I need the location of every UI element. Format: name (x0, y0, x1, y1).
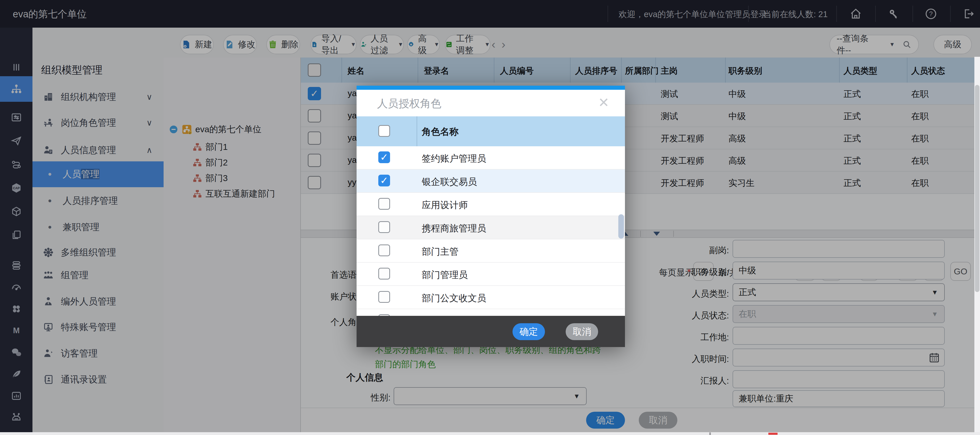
role-checkbox[interactable] (378, 244, 390, 256)
role-row[interactable]: 应用设计师 (356, 193, 625, 216)
vertical-scrollbar[interactable] (974, 57, 980, 432)
modal-title: 人员授权角色 (377, 96, 441, 111)
modal-list-header: 角色名称 (356, 116, 625, 146)
role-row-selected[interactable]: ✓ 银企联交易员 (356, 170, 625, 193)
role-checkbox-checked[interactable]: ✓ (378, 151, 390, 163)
close-icon[interactable]: ✕ (598, 95, 609, 110)
modal-confirm-button[interactable]: 确定 (512, 323, 545, 340)
scroll-marker-red (768, 433, 778, 435)
modal-footer: 确定 取消 (356, 316, 625, 347)
modal-scrollbar-thumb[interactable] (618, 214, 624, 239)
role-column-header: 角色名称 (422, 126, 458, 138)
role-checkbox[interactable] (378, 268, 390, 279)
modal-cancel-button[interactable]: 取消 (566, 323, 598, 340)
role-checkbox[interactable] (378, 221, 390, 233)
app-window: eva的第七个单位 欢迎，eva的第七个单位单位管理员登录 当前在线人数: 21… (0, 0, 980, 435)
vertical-scrollbar-thumb[interactable] (975, 85, 980, 292)
role-checkbox[interactable] (378, 198, 390, 210)
scroll-tick (709, 432, 711, 435)
modal-accent-bar (356, 86, 625, 90)
role-row[interactable]: 部门公文收文员 (356, 286, 625, 309)
role-row[interactable]: 部门管理员 (356, 263, 625, 286)
role-row[interactable]: 部门主管 (356, 239, 625, 263)
role-checkbox-checked[interactable]: ✓ (378, 175, 390, 186)
role-checkbox[interactable] (378, 291, 390, 303)
role-authorization-modal: 人员授权角色 ✕ 角色名称 ✓ 签约账户管理员 ✓ 银企联交易员 应用设计师 携… (356, 86, 625, 347)
modal-select-all-checkbox[interactable] (378, 125, 390, 137)
role-row[interactable]: ✓ 签约账户管理员 (356, 146, 625, 170)
role-row[interactable]: 携程商旅管理员 (356, 216, 625, 239)
horizontal-scrollbar-strip[interactable] (0, 432, 980, 435)
